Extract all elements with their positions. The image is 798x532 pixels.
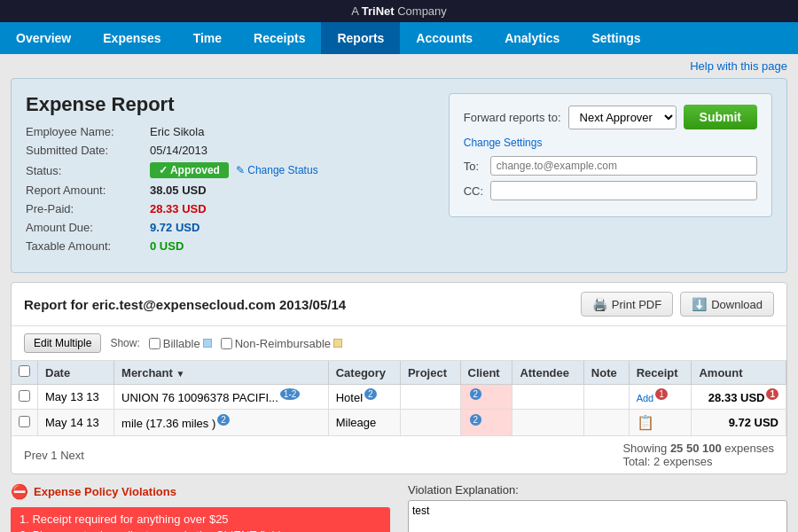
violations-section: ⛔ Expense Policy Violations 1. Receipt r… [11,483,787,532]
billable-label: Billable [163,337,200,350]
violation-explanation: Violation Explanation: [408,483,787,532]
row2-attendee [512,410,583,436]
table-header-row: Date Merchant ▼ Category Project Client … [12,361,786,385]
prev-label: Prev [24,449,48,462]
merchant-badge: 1-2 [280,388,300,400]
edit-multiple-button[interactable]: Edit Multiple [24,333,101,353]
merchant-badge2: 2 [217,414,230,426]
nav-settings[interactable]: Settings [575,22,656,54]
expense-report-card: Expense Report Employee Name: Eric Sikol… [11,78,787,273]
nav-expenses[interactable]: Expenses [87,22,176,54]
report-amount-value: 38.05 USD [150,184,207,197]
client-badge2: 2 [470,414,482,426]
table-row: May 14 13 mile (17.36 miles )2 Mileage 2… [12,410,786,436]
nav-overview[interactable]: Overview [0,22,87,54]
status-label: Status: [26,164,150,177]
row2-checkbox[interactable] [19,416,30,427]
header-date: Date [38,361,114,385]
row2-date: May 14 13 [38,410,114,436]
row1-attendee [512,385,583,410]
submitted-value: 05/14/2013 [150,144,207,157]
pagination-links: Prev 1 Next [24,449,84,462]
row1-category: Hotel2 [328,385,400,410]
nav-accounts[interactable]: Accounts [400,22,489,54]
status-row: Status: ✓ Approved ✎ Change Status [26,162,318,178]
amount-due-row: Amount Due: 9.72 USD [26,221,318,234]
violations-list: 1. Receipt required for anything over $2… [11,507,390,532]
pagination-row: Prev 1 Next Showing 25 50 100 expenses T… [12,436,786,473]
amount-badge: 1 [766,388,778,400]
violations-left: ⛔ Expense Policy Violations 1. Receipt r… [11,483,390,532]
showing-values: 25 50 100 [670,442,722,455]
next-label: Next [60,449,84,462]
receipt-badge: 1 [655,388,668,400]
violation-explanation-textarea[interactable] [408,500,787,532]
row1-checkbox-cell [12,385,38,410]
page-1-link[interactable]: 1 [51,449,57,462]
nav-analytics[interactable]: Analytics [489,22,575,54]
taxable-value: 0 USD [150,239,184,253]
total-label: Total: 2 expenses [622,455,712,468]
receipt-icon[interactable]: 📋 [637,415,654,430]
submit-button[interactable]: Submit [684,105,757,129]
header-note: Note [583,361,629,385]
forward-select[interactable]: Next Approver [568,106,677,129]
row1-checkbox[interactable] [19,390,30,402]
showing-suffix: expenses [724,442,774,455]
expense-table: Date Merchant ▼ Category Project Client … [12,361,786,436]
submitted-row: Submitted Date: 05/14/2013 [26,144,318,157]
print-pdf-button[interactable]: 🖨️ Print PDF [581,292,673,317]
row2-project [400,410,460,436]
nav-reports[interactable]: Reports [321,22,400,54]
download-label: Download [711,298,763,311]
error-icon: ⛔ [11,483,28,500]
report-actions: 🖨️ Print PDF ⬇️ Download [581,292,774,317]
change-settings-link[interactable]: Change Settings [464,137,757,149]
brand-name: TriNet [362,4,395,18]
cc-row: CC: [464,181,757,200]
help-link[interactable]: Help with this page [690,59,787,73]
top-bar: A TriNet Company [0,0,798,22]
change-status-link[interactable]: ✎ Change Status [236,164,318,176]
header-project: Project [400,361,460,385]
to-label: To: [464,160,490,173]
row2-category: Mileage [328,410,400,436]
expense-header: Expense Report Employee Name: Eric Sikol… [26,93,772,258]
cc-label: CC: [464,184,490,198]
row2-client: 2 [460,410,512,436]
sort-arrow: ▼ [176,369,184,379]
non-reimbursable-checkbox[interactable] [221,338,232,349]
row2-receipt: 📋 [629,410,692,436]
report-amount-label: Report Amount: [26,184,150,197]
nav-time[interactable]: Time [177,22,238,54]
prepaid-row: Pre-Paid: 28.33 USD [26,202,318,215]
header-merchant[interactable]: Merchant ▼ [114,361,329,385]
report-section: Report for eric.test@expensecloud.com 20… [11,282,787,474]
billable-checkbox[interactable] [149,338,160,349]
download-button[interactable]: ⬇️ Download [680,292,774,317]
row1-receipt: Add1 [629,385,692,410]
report-title: Report for eric.test@expensecloud.com 20… [24,297,346,312]
row1-amount: 28.33 USD1 [692,385,786,410]
header-category: Category [328,361,400,385]
non-reimbursable-checkbox-label[interactable]: Non-Reimbursable [221,337,342,350]
expense-info: Expense Report Employee Name: Eric Sikol… [26,93,318,258]
amount-due-value: 9.72 USD [150,221,200,234]
report-header: Report for eric.test@expensecloud.com 20… [12,283,786,326]
to-input[interactable] [490,156,757,176]
help-bar: Help with this page [0,54,798,78]
violation-explanation-label: Violation Explanation: [408,483,787,497]
pdf-icon: 🖨️ [592,297,607,311]
expense-report-title: Expense Report [26,93,318,116]
row1-date: May 13 13 [38,385,114,410]
cc-input[interactable] [490,181,757,200]
forward-label: Forward reports to: [464,111,561,124]
forward-panel: Forward reports to: Next Approver Submit… [449,93,772,217]
select-all-checkbox[interactable] [19,365,30,377]
nav-receipts[interactable]: Receipts [238,22,321,54]
row1-client: 2 [460,385,512,410]
billable-checkbox-label[interactable]: Billable [149,337,212,350]
table-toolbar: Edit Multiple Show: Billable Non-Reimbur… [12,326,786,361]
add-receipt-link[interactable]: Add [637,393,654,403]
violations-title-text: Expense Policy Violations [34,485,176,498]
